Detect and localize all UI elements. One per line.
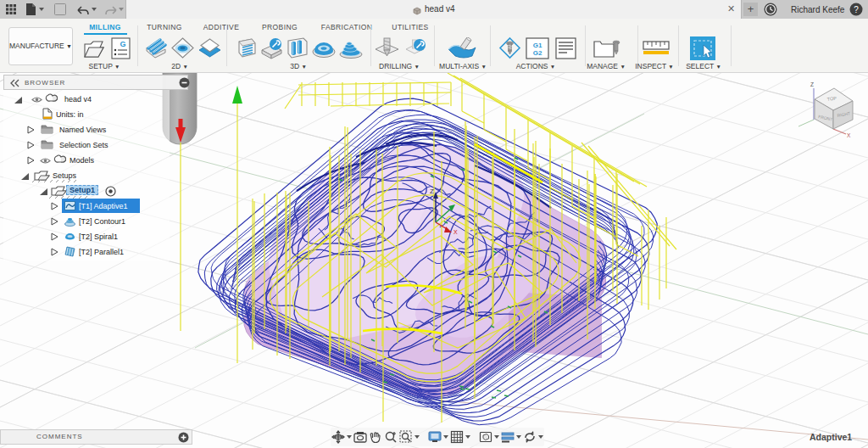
svg-text:G: G <box>120 40 125 48</box>
svg-text:Z: Z <box>430 188 434 195</box>
svg-text:G2: G2 <box>533 49 542 57</box>
svg-text:X: X <box>847 132 851 138</box>
svg-text:G1: G1 <box>533 42 542 49</box>
svg-text:?: ? <box>854 5 859 14</box>
svg-text:X: X <box>453 229 458 235</box>
svg-text:Z: Z <box>810 81 814 87</box>
